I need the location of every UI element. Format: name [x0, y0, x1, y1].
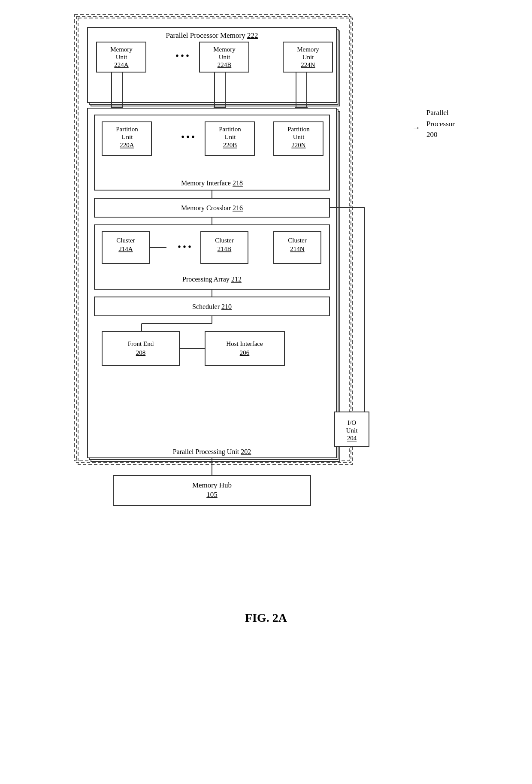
- svg-text:Partition: Partition: [116, 126, 138, 133]
- svg-text:I/O: I/O: [348, 419, 356, 426]
- svg-text:220N: 220N: [291, 142, 306, 148]
- svg-text:Unit: Unit: [121, 133, 133, 140]
- svg-text:Unit: Unit: [346, 427, 358, 434]
- svg-text:Unit: Unit: [116, 54, 128, 61]
- main-diagram: Parallel Processor Memory 222 Memory Uni…: [73, 13, 399, 605]
- svg-text:Cluster: Cluster: [288, 237, 306, 244]
- svg-rect-71: [205, 331, 284, 366]
- figure-caption: FIG. 2A: [73, 611, 459, 625]
- svg-text:224N: 224N: [301, 61, 315, 68]
- memory-hub-number: 105: [206, 490, 218, 499]
- crossbar-label: Memory Crossbar 216: [181, 204, 243, 212]
- svg-text:• • •: • • •: [181, 132, 194, 142]
- svg-text:Memory: Memory: [297, 46, 319, 53]
- pp-arrow: →: [412, 123, 420, 133]
- svg-text:214B: 214B: [218, 245, 232, 252]
- svg-text:Unit: Unit: [293, 133, 305, 140]
- svg-text:224A: 224A: [114, 61, 129, 68]
- diagram-area: Parallel Processor 200 → Parallel Proces…: [73, 13, 459, 625]
- memory-interface-label: Memory Interface 218: [181, 179, 243, 187]
- svg-text:Unit: Unit: [219, 54, 231, 61]
- svg-text:Host Interface: Host Interface: [226, 340, 263, 347]
- svg-text:214A: 214A: [118, 245, 133, 252]
- svg-text:• • •: • • •: [178, 242, 191, 251]
- svg-text:204: 204: [347, 435, 357, 442]
- svg-text:Partition: Partition: [287, 126, 310, 133]
- svg-text:Unit: Unit: [224, 133, 236, 140]
- svg-text:Front End: Front End: [128, 340, 154, 347]
- processing-array-label: Processing Array 212: [182, 275, 242, 283]
- ppu-label: Parallel Processing Unit 202: [173, 448, 251, 456]
- svg-text:206: 206: [240, 349, 250, 356]
- svg-text:Partition: Partition: [219, 126, 241, 133]
- svg-text:• • •: • • •: [175, 51, 189, 61]
- svg-text:Cluster: Cluster: [215, 237, 233, 244]
- svg-text:214N: 214N: [290, 245, 305, 252]
- svg-text:Cluster: Cluster: [116, 237, 135, 244]
- svg-text:Unit: Unit: [302, 54, 314, 61]
- svg-text:220A: 220A: [120, 142, 134, 148]
- svg-text:208: 208: [136, 349, 146, 356]
- svg-text:Memory: Memory: [213, 46, 236, 53]
- svg-text:224B: 224B: [218, 61, 232, 68]
- memory-hub-label: Memory Hub: [192, 481, 232, 489]
- ppm-title: Parallel Processor Memory 222: [166, 31, 258, 39]
- svg-text:220B: 220B: [223, 142, 237, 148]
- parallel-processor-label: Parallel Processor 200: [426, 107, 455, 140]
- svg-rect-67: [102, 331, 179, 366]
- scheduler-label: Scheduler 210: [192, 303, 232, 310]
- mem-unit-a-label: Memory: [110, 46, 133, 53]
